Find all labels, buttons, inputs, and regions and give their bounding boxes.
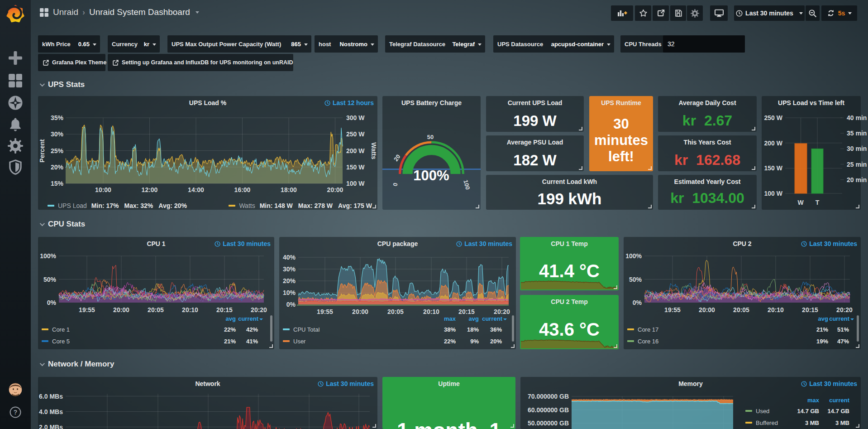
svg-text:50%: 50% [43, 276, 57, 283]
svg-text:20: 20 [392, 153, 402, 162]
svg-text:4.0 MBs: 4.0 MBs [39, 408, 63, 415]
svg-text:100 W: 100 W [764, 190, 783, 197]
svg-text:10:00: 10:00 [95, 186, 111, 193]
svg-text:0%: 0% [286, 301, 296, 308]
svg-text:70.000000 GB: 70.000000 GB [528, 393, 569, 400]
svg-text:25 min: 25 min [847, 161, 867, 168]
svg-text:40 min: 40 min [847, 114, 867, 121]
svg-text:30%: 30% [51, 130, 64, 138]
svg-text:20:20: 20:20 [836, 306, 853, 313]
svg-text:T: T [816, 199, 820, 206]
svg-text:15%: 15% [51, 180, 64, 187]
svg-text:10%: 10% [283, 289, 296, 296]
svg-text:19:55: 19:55 [664, 306, 681, 313]
svg-text:12:00: 12:00 [142, 186, 158, 193]
svg-text:20:00: 20:00 [327, 186, 343, 193]
svg-text:35 min: 35 min [847, 130, 867, 137]
svg-text:20%: 20% [283, 277, 296, 284]
svg-text:W: W [797, 199, 804, 206]
svg-text:0%: 0% [633, 299, 642, 306]
svg-text:250 W: 250 W [346, 130, 365, 138]
svg-text:200 W: 200 W [764, 140, 783, 147]
svg-text:20:00: 20:00 [113, 306, 129, 313]
svg-text:30%: 30% [283, 265, 296, 273]
svg-text:18:00: 18:00 [281, 186, 297, 193]
svg-text:20%: 20% [51, 164, 64, 171]
svg-text:150 W: 150 W [764, 164, 783, 172]
svg-text:20:05: 20:05 [733, 306, 749, 313]
svg-text:2.0 MBs: 2.0 MBs [39, 424, 63, 429]
svg-text:20 min: 20 min [847, 176, 867, 183]
svg-text:20:10: 20:10 [182, 306, 198, 313]
svg-text:100%: 100% [413, 168, 449, 183]
svg-text:0%: 0% [47, 299, 57, 306]
svg-text:16:00: 16:00 [234, 186, 251, 193]
svg-text:20:10: 20:10 [768, 306, 784, 313]
svg-text:100 W: 100 W [346, 180, 365, 187]
svg-text:100%: 100% [625, 252, 642, 260]
svg-text:50%: 50% [629, 276, 642, 283]
svg-text:6.0 MBs: 6.0 MBs [39, 393, 63, 400]
svg-text:300 W: 300 W [346, 114, 365, 121]
svg-text:20:00: 20:00 [699, 306, 715, 313]
svg-text:50: 50 [427, 134, 434, 140]
svg-text:250 W: 250 W [764, 114, 783, 121]
svg-text:20:15: 20:15 [802, 306, 818, 313]
svg-text:30 min: 30 min [847, 145, 867, 152]
svg-text:20:15: 20:15 [216, 306, 233, 313]
svg-text:200 W: 200 W [346, 147, 365, 154]
svg-text:50.000000 GB: 50.000000 GB [528, 419, 569, 427]
svg-text:150 W: 150 W [346, 164, 365, 171]
svg-text:19:55: 19:55 [79, 306, 95, 313]
svg-text:Percent: Percent [38, 139, 46, 163]
svg-text:Watts: Watts [370, 142, 377, 159]
svg-text:20:20: 20:20 [251, 306, 267, 313]
svg-text:25%: 25% [51, 147, 64, 154]
svg-text:35%: 35% [51, 114, 64, 121]
svg-text:60.000000 GB: 60.000000 GB [528, 406, 569, 414]
svg-text:20:05: 20:05 [148, 306, 164, 313]
svg-text:100%: 100% [40, 252, 56, 260]
svg-text:14:00: 14:00 [188, 186, 204, 193]
svg-text:?: ? [14, 409, 18, 416]
svg-text:40%: 40% [283, 254, 296, 261]
